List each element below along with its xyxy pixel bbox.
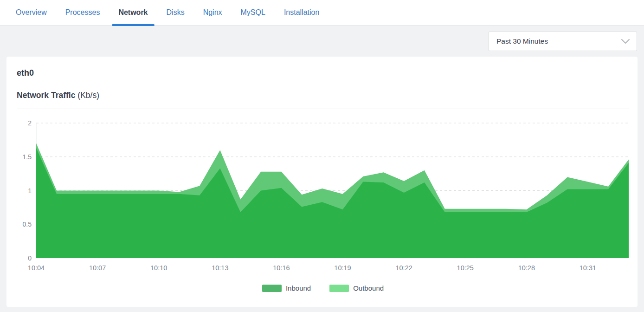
svg-text:10:25: 10:25 [457,264,474,272]
network-traffic-panel: eth0 Network Traffic (Kb/s) 00.511.5210:… [6,57,638,307]
tab-bar: Overview Processes Network Disks Nginx M… [0,0,644,26]
legend-label-outbound: Outbound [353,284,384,292]
tab-network[interactable]: Network [112,0,154,26]
svg-text:0.5: 0.5 [23,221,32,228]
interface-title: eth0 [17,68,629,78]
chart-title-unit: (Kb/s) [77,91,99,100]
tab-disks[interactable]: Disks [160,0,191,26]
svg-text:10:13: 10:13 [212,264,228,272]
tab-nginx[interactable]: Nginx [197,0,229,26]
tab-overview[interactable]: Overview [9,0,53,26]
network-traffic-chart: 00.511.5210:0410:0710:1010:1310:1610:191… [17,116,629,292]
area-chart-canvas: 00.511.5210:0410:0710:1010:1310:1610:191… [17,116,634,276]
chevron-down-icon [621,39,630,44]
svg-text:1.5: 1.5 [23,153,32,161]
legend-label-inbound: Inbound [286,284,311,292]
outbound-swatch-icon [329,285,349,292]
tab-overview-label: Overview [16,8,47,17]
inbound-swatch-icon [262,285,282,292]
tab-nginx-label: Nginx [203,8,222,17]
svg-text:0: 0 [28,254,32,262]
time-range-dropdown[interactable]: Past 30 Minutes [489,32,637,51]
legend-item-outbound: Outbound [329,284,384,292]
tab-mysql[interactable]: MySQL [234,0,272,26]
svg-text:2: 2 [28,119,32,127]
tab-processes[interactable]: Processes [59,0,107,26]
chart-title-text: Network Traffic [17,91,75,100]
svg-text:10:31: 10:31 [580,264,596,272]
svg-text:10:10: 10:10 [150,264,167,272]
tab-network-label: Network [118,8,148,17]
tab-mysql-label: MySQL [241,8,265,17]
svg-text:10:07: 10:07 [89,264,106,272]
tab-disks-label: Disks [167,8,185,17]
svg-text:10:22: 10:22 [395,264,412,272]
svg-text:10:04: 10:04 [28,264,45,272]
divider [17,109,629,109]
chart-legend: Inbound Outbound [17,284,629,292]
time-range-selected-value: Past 30 Minutes [496,37,548,46]
svg-text:10:28: 10:28 [518,264,535,272]
tab-processes-label: Processes [65,8,100,17]
tab-installation[interactable]: Installation [277,0,326,26]
legend-item-inbound: Inbound [262,284,311,292]
active-tab-indicator [112,24,154,26]
svg-text:10:19: 10:19 [334,264,351,272]
svg-text:10:16: 10:16 [273,264,290,272]
chart-title: Network Traffic (Kb/s) [17,90,629,100]
filter-band: Past 30 Minutes [0,26,644,57]
svg-text:1: 1 [28,187,32,195]
tab-installation-label: Installation [284,8,320,17]
